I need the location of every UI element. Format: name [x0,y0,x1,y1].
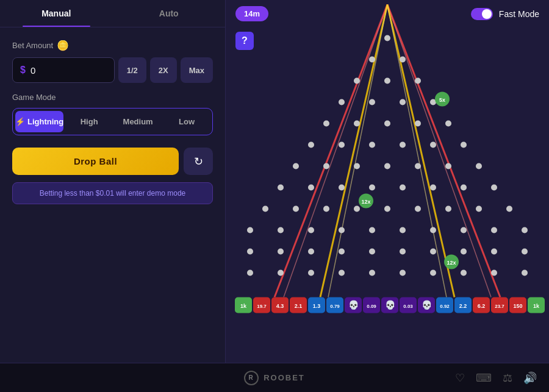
svg-point-30 [293,163,299,169]
svg-point-62 [491,227,497,233]
svg-text:1.3: 1.3 [313,303,321,309]
svg-text:23.7: 23.7 [495,304,504,309]
svg-point-67 [339,249,345,255]
volume-icon[interactable]: 🔊 [523,371,537,385]
svg-point-20 [354,121,360,127]
tab-manual[interactable]: Manual [0,0,113,27]
double-button[interactable]: 2X [150,57,177,83]
panel-body: Bet Amount 🪙 $ 1/2 2X Max Game Mode ⚡ Li… [0,27,225,363]
svg-point-77 [339,270,345,276]
svg-point-37 [278,185,284,191]
svg-point-15 [339,99,345,105]
footer: R ROOBET ♡ ⌨ ⚖ 🔊 [0,363,549,392]
svg-point-71 [461,249,467,255]
svg-point-65 [278,249,284,255]
svg-point-73 [522,249,528,255]
footer-logo-text: ROOBET [264,373,305,382]
mode-lightning[interactable]: ⚡ Lightning [15,111,63,132]
drop-ball-row: Drop Ball ↻ [12,148,213,175]
svg-point-59 [400,227,406,233]
tab-bar: Manual Auto [0,0,225,27]
svg-point-32 [354,163,360,169]
svg-point-47 [323,206,329,212]
svg-point-81 [461,270,467,276]
svg-point-55 [278,227,284,233]
svg-point-61 [461,227,467,233]
roobet-logo-icon: R [244,371,259,385]
max-button[interactable]: Max [181,57,213,83]
svg-point-13 [384,78,390,84]
dollar-sign: $ [20,65,26,76]
svg-point-17 [400,99,406,105]
mode-medium[interactable]: Medium [115,111,161,132]
fast-mode-switch[interactable] [471,8,493,20]
svg-point-48 [354,206,360,212]
svg-point-68 [369,249,375,255]
svg-text:2.2: 2.2 [459,303,467,309]
svg-point-14 [415,78,421,84]
svg-text:12x: 12x [361,199,370,205]
svg-point-27 [400,142,406,148]
svg-text:💀: 💀 [348,300,359,310]
svg-point-64 [247,249,253,255]
svg-point-70 [430,249,436,255]
bet-amount-label: Bet Amount 🪙 [12,40,213,51]
svg-point-46 [293,206,299,212]
svg-point-43 [461,185,467,191]
svg-point-57 [339,227,345,233]
svg-point-82 [491,270,497,276]
svg-point-40 [369,185,375,191]
keyboard-icon[interactable]: ⌨ [476,371,492,385]
svg-point-34 [415,163,421,169]
fast-mode-label: Fast Mode [499,9,539,19]
svg-point-63 [522,227,528,233]
svg-text:💀: 💀 [422,300,432,310]
svg-point-11 [400,57,406,63]
help-button[interactable]: ? [235,32,254,50]
svg-point-23 [445,121,451,127]
svg-point-29 [461,142,467,148]
svg-point-39 [339,185,345,191]
svg-point-69 [400,249,406,255]
svg-point-33 [384,163,390,169]
svg-point-56 [308,227,314,233]
tab-auto[interactable]: Auto [113,0,226,27]
svg-text:5x: 5x [439,97,445,103]
svg-point-44 [491,185,497,191]
svg-point-26 [369,142,375,148]
drop-ball-button[interactable]: Drop Ball [12,148,179,175]
fast-mode-toggle[interactable]: Fast Mode [471,8,539,20]
svg-point-21 [384,121,390,127]
refresh-button[interactable]: ↻ [184,148,213,175]
svg-point-72 [491,249,497,255]
svg-point-50 [415,206,421,212]
svg-text:0.92: 0.92 [440,304,450,309]
mode-low[interactable]: Low [163,111,210,132]
demo-notice: Betting less than $0.01 will enter demo … [12,182,213,204]
svg-point-75 [278,270,284,276]
svg-point-36 [476,163,482,169]
game-mode-label: Game Mode [12,93,213,102]
svg-point-24 [308,142,314,148]
svg-point-10 [369,57,375,63]
heart-icon[interactable]: ♡ [455,371,465,385]
svg-point-16 [369,99,375,105]
half-button[interactable]: 1/2 [118,57,146,83]
bet-input[interactable] [30,65,107,76]
svg-point-49 [384,206,390,212]
scale-icon[interactable]: ⚖ [503,371,512,385]
left-panel: Manual Auto Bet Amount 🪙 $ 1/2 2X Max Ga… [0,0,226,363]
bet-label-text: Bet Amount [12,41,53,50]
time-badge: 14m [235,6,268,21]
game-panel: 14m Fast Mode ? [226,0,549,363]
svg-point-78 [369,270,375,276]
footer-logo: R ROOBET [244,371,305,385]
svg-text:2.1: 2.1 [295,303,303,309]
mode-buttons: ⚡ Lightning High Medium Low [12,108,213,135]
svg-point-42 [430,185,436,191]
footer-icons: ♡ ⌨ ⚖ 🔊 [455,371,537,385]
mode-high[interactable]: High [66,111,112,132]
svg-text:0.09: 0.09 [367,304,376,309]
svg-text:💀: 💀 [385,300,396,310]
svg-point-80 [430,270,436,276]
